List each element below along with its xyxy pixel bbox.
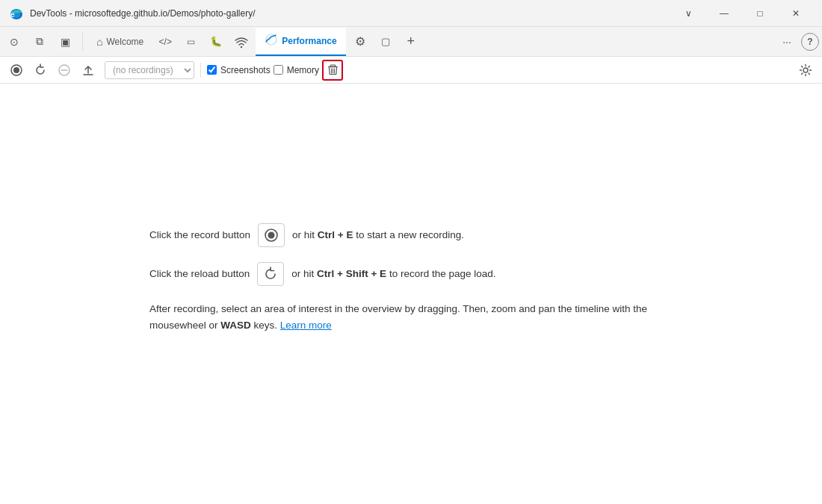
title-bar-chevron-button[interactable]: ∨ [671,2,705,25]
tab-icon-copy[interactable]: ⧉ [28,31,51,53]
recordings-select[interactable]: (no recordings) [105,61,194,79]
tab-icon-network[interactable] [230,31,253,53]
separator [82,33,83,51]
reload-inline-icon [257,262,284,286]
stop-button[interactable] [54,60,75,81]
reload-icon [34,63,47,77]
learn-more-link[interactable]: Learn more [280,320,332,331]
instruction-2-suffix: or hit Ctrl + Shift + E to record the pa… [291,266,495,282]
screenshots-checkbox[interactable] [207,65,217,75]
memory-checkbox[interactable] [274,65,283,75]
memory-label: Memory [287,65,319,75]
main-content: Click the record button or hit Ctrl + E … [0,84,822,473]
tab-icon-add[interactable]: + [400,31,422,53]
tab-icon-home[interactable]: ⌂ Welcome [89,31,151,53]
minimize-button[interactable]: — [707,2,741,25]
upload-button[interactable] [78,60,99,81]
performance-tab-label: Performance [282,36,336,46]
memory-checkbox-group[interactable]: Memory [274,65,319,75]
tab-icon-record[interactable]: ⊙ [3,31,25,53]
close-button[interactable]: ✕ [779,2,813,25]
screenshots-checkbox-group[interactable]: Screenshots [207,65,271,75]
tab-icon-sidebar[interactable]: ▣ [54,31,76,53]
svg-rect-11 [330,65,336,66]
instruction-line-2: Click the reload button or hit Ctrl + Sh… [149,262,673,286]
edge-logo-icon: e [9,6,24,21]
instruction-1-suffix: or hit Ctrl + E to start a new recording… [292,227,464,243]
record-inline-icon [258,223,285,247]
tab-icon-layers[interactable]: ▢ [374,31,397,53]
trash-icon [327,64,339,75]
svg-point-6 [13,67,19,73]
home-icon: ⌂ [96,36,102,48]
toolbar-settings-button[interactable] [795,60,816,81]
maximize-button[interactable]: □ [743,2,777,25]
svg-point-3 [241,46,242,47]
help-button[interactable]: ? [801,33,819,51]
title-bar: e DevTools - microsoftedge.github.io/Dem… [0,0,822,27]
svg-point-17 [268,231,275,238]
browser-tab-bar: ⊙ ⧉ ▣ ⌂ Welcome </> ▭ 🐛 Performance ⚙ ▢ [0,27,822,57]
stop-icon [58,63,71,77]
window-controls: ∨ — □ ✕ [671,2,813,25]
wifi-icon [235,35,248,49]
svg-point-15 [803,68,808,72]
delete-recording-button[interactable] [322,60,343,81]
tab-icon-console[interactable]: ▭ [179,31,202,53]
instruction-line-1: Click the record button or hit Ctrl + E … [149,223,673,247]
instructions-panel: Click the record button or hit Ctrl + E … [149,223,673,333]
upload-icon [81,63,95,77]
instruction-paragraph-3: After recording, select an area of inter… [149,301,673,333]
performance-tab-icon [265,33,278,49]
screenshots-label: Screenshots [220,65,271,75]
tab-performance[interactable]: Performance [256,28,345,56]
instruction-1-prefix: Click the record button [149,227,250,243]
toolbar-separator-1 [200,63,201,78]
instruction-2-prefix: Click the reload button [149,266,250,282]
record-icon [10,63,23,77]
tab-icon-settings[interactable]: ⚙ [349,31,371,53]
reload-button[interactable] [30,60,51,81]
record-button[interactable] [6,60,27,81]
gear-icon [799,63,812,77]
title-bar-title: DevTools - microsoftedge.github.io/Demos… [30,8,671,19]
recordings-select-area: (no recordings) [105,61,194,79]
more-options-button[interactable]: ··· [776,31,798,53]
welcome-tab-label: Welcome [106,37,143,47]
svg-text:e: e [10,10,15,19]
toolbar: (no recordings) Screenshots Memory [0,57,822,84]
tab-icon-issues[interactable]: 🐛 [205,31,227,53]
tab-icon-source[interactable]: </> [154,31,176,53]
